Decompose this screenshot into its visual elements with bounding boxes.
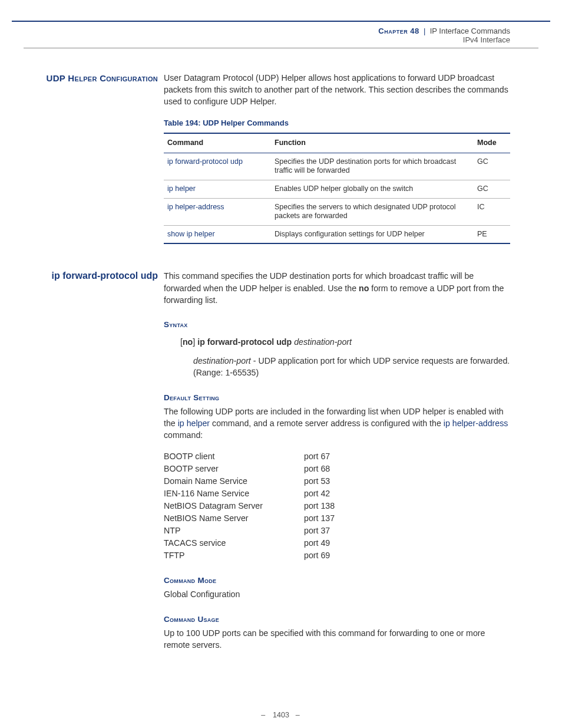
header-separator: |: [424, 27, 425, 35]
command-mode-text: Global Configuration: [164, 588, 510, 600]
cmd-link[interactable]: ip helper: [164, 180, 271, 198]
section-udp-helper-config: UDP Helper Configuration User Datagram P…: [46, 72, 510, 244]
cmd-mode: IC: [474, 198, 510, 225]
port-number: port 49: [304, 537, 335, 549]
chapter-label: Chapter 48: [378, 27, 419, 35]
syntax-arg: destination-port: [294, 337, 352, 347]
param-name: destination-port: [193, 356, 251, 365]
section-ip-forward-protocol-udp: ip forward-protocol udp This command spe…: [46, 270, 510, 651]
page-footer: – 1403 –: [0, 693, 562, 728]
command-title: ip forward-protocol udp: [46, 270, 164, 651]
port-number: port 53: [304, 475, 335, 487]
port-name: IEN-116 Name Service: [164, 487, 304, 500]
cmd-mode: PE: [474, 225, 510, 243]
cmd-func: Displays configuration settings for UDP …: [271, 225, 474, 243]
cmd-link[interactable]: ip forward-protocol udp: [164, 153, 271, 180]
table-row: show ip helper Displays configuration se…: [164, 225, 510, 243]
table-row: ip helper Enables UDP helper globally on…: [164, 180, 510, 198]
chapter-title: IP Interface Commands: [430, 27, 510, 35]
syntax-line: no ip forward-protocol udp destination-p…: [180, 336, 510, 348]
port-number: port 69: [304, 549, 335, 562]
command-usage-text: Up to 100 UDP ports can be specified wit…: [164, 627, 510, 651]
syntax-no: no: [180, 337, 195, 347]
cmd-func: Enables UDP helper globally on the switc…: [271, 180, 474, 198]
cmd-func: Specifies the UDP destination ports for …: [271, 153, 474, 180]
port-name: TFTP: [164, 549, 304, 562]
port-number: port 137: [304, 512, 335, 525]
col-mode: Mode: [474, 133, 510, 153]
table-row: ip forward-protocol udp Specifies the UD…: [164, 153, 510, 180]
link-ip-helper[interactable]: ip helper: [178, 419, 210, 428]
section-intro: User Datagram Protocol (UDP) Helper allo…: [164, 72, 510, 107]
command-mode-heading: Command Mode: [164, 575, 510, 586]
port-number: port 37: [304, 525, 335, 537]
cmd-mode: GC: [474, 180, 510, 198]
port-name: NetBIOS Datagram Server: [164, 500, 304, 512]
port-name: NetBIOS Name Server: [164, 512, 304, 525]
default-heading: Default Setting: [164, 392, 510, 403]
page-header: Chapter 48 | IP Interface Commands IPv4 …: [0, 22, 562, 48]
col-function: Function: [271, 133, 474, 153]
section-title: UDP Helper Configuration: [46, 72, 164, 244]
commands-table: Command Function Mode ip forward-protoco…: [164, 133, 510, 245]
param-desc: destination-port - UDP application port …: [193, 355, 510, 378]
link-ip-helper-address[interactable]: ip helper-address: [444, 419, 508, 428]
port-name: BOOTP server: [164, 463, 304, 475]
port-number: port 67: [304, 450, 335, 463]
table-caption: Table 194: UDP Helper Commands: [164, 118, 510, 129]
table-row: ip helper-address Specifies the servers …: [164, 198, 510, 225]
chapter-subtitle: IPv4 Interface: [463, 35, 510, 44]
port-name: TACACS service: [164, 537, 304, 549]
cmd-func: Specifies the servers to which designate…: [271, 198, 474, 225]
cmd-link[interactable]: show ip helper: [164, 225, 271, 243]
cmd-link[interactable]: ip helper-address: [164, 198, 271, 225]
port-name: Domain Name Service: [164, 475, 304, 487]
cmd-mode: GC: [474, 153, 510, 180]
port-number: port 42: [304, 487, 335, 500]
syntax-cmd: ip forward-protocol udp: [197, 337, 292, 347]
default-text: The following UDP ports are included in …: [164, 406, 510, 441]
command-usage-heading: Command Usage: [164, 614, 510, 625]
col-command: Command: [164, 133, 271, 153]
page-number: 1403: [273, 711, 289, 719]
port-number: port 68: [304, 463, 335, 475]
default-ports-list: BOOTP client BOOTP server Domain Name Se…: [164, 450, 510, 562]
syntax-heading: Syntax: [164, 319, 510, 330]
command-desc-bold: no: [359, 284, 369, 293]
port-name: NTP: [164, 525, 304, 537]
port-number: port 138: [304, 500, 335, 512]
port-name: BOOTP client: [164, 450, 304, 463]
